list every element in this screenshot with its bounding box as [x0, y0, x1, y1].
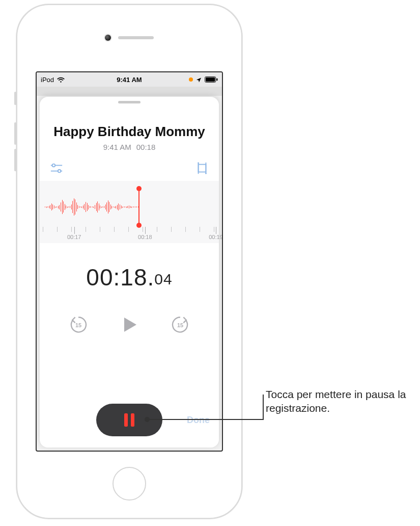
done-button[interactable]: Done	[187, 415, 210, 426]
recording-subtitle: 9:41 AM 00:18	[103, 143, 156, 151]
battery-icon	[205, 76, 218, 83]
pause-icon	[124, 413, 134, 427]
volume-down-btn	[14, 149, 16, 171]
skip-back-15-button[interactable]: 15	[67, 313, 90, 336]
device-inner: iPod 9:41 AM	[22, 10, 236, 513]
trim-icon[interactable]	[194, 161, 210, 176]
waveform	[40, 191, 138, 223]
speaker-slot	[118, 36, 154, 39]
callout-leader-vert	[263, 394, 264, 420]
front-camera-icon	[105, 35, 111, 41]
recording-title[interactable]: Happy Birthday Mommy	[53, 124, 205, 140]
skip-forward-15-button[interactable]: 15	[169, 313, 191, 336]
svg-marker-12	[124, 318, 136, 332]
skip-fwd-num: 15	[177, 322, 183, 328]
elapsed-seconds: 00:18	[86, 264, 147, 291]
play-button[interactable]	[116, 311, 143, 338]
playhead[interactable]	[138, 188, 139, 226]
callout-text: Tocca per mettere in pausa la registrazi…	[266, 387, 418, 415]
callout-leader-line	[148, 419, 264, 420]
ruler-tick-label: 00:18	[138, 234, 152, 240]
statusbar-left: iPod	[41, 76, 65, 84]
screen: iPod 9:41 AM	[36, 71, 223, 452]
svg-point-10	[198, 162, 199, 164]
home-button[interactable]	[113, 467, 146, 501]
transport-controls: 15 15	[40, 311, 219, 338]
camera-cluster	[105, 35, 154, 41]
location-icon	[196, 77, 202, 83]
waveform-area: 00:1700:1800:19	[40, 181, 219, 243]
pause-recording-button[interactable]	[96, 404, 162, 436]
statusbar-right	[189, 76, 218, 83]
svg-point-6	[58, 170, 61, 173]
svg-rect-7	[199, 165, 206, 172]
skip-back-num: 15	[75, 322, 81, 328]
ruler-tick-label: 00:19	[209, 234, 223, 240]
time-ruler: 00:1700:1800:19	[40, 227, 219, 241]
volume-up-btn	[14, 122, 16, 145]
svg-point-4	[52, 164, 55, 167]
sheet-grabber[interactable]	[118, 101, 141, 103]
device-frame: iPod 9:41 AM	[16, 4, 242, 519]
elapsed-fraction: 04	[154, 271, 172, 287]
bottom-bar: Done	[40, 397, 219, 448]
ruler-tick-label: 00:17	[67, 234, 81, 240]
options-icon[interactable]	[49, 161, 64, 176]
carrier-label: iPod	[41, 76, 54, 84]
recording-time-label: 9:41 AM	[103, 143, 131, 151]
svg-point-11	[205, 173, 207, 174]
recording-duration-label: 00:18	[136, 143, 156, 151]
svg-rect-1	[206, 77, 215, 82]
svg-rect-2	[216, 78, 217, 81]
status-bar: iPod 9:41 AM	[37, 72, 222, 87]
waveform-track[interactable]	[40, 191, 219, 223]
recording-sheet: Happy Birthday Mommy 9:41 AM 00:18	[40, 97, 219, 448]
wifi-icon	[57, 77, 65, 83]
elapsed-time-label: 00:18.04	[86, 264, 172, 291]
recording-privacy-dot-icon	[189, 77, 193, 82]
background-dim-strip	[37, 87, 222, 96]
tool-row	[40, 151, 219, 178]
switch-silent	[14, 92, 16, 105]
